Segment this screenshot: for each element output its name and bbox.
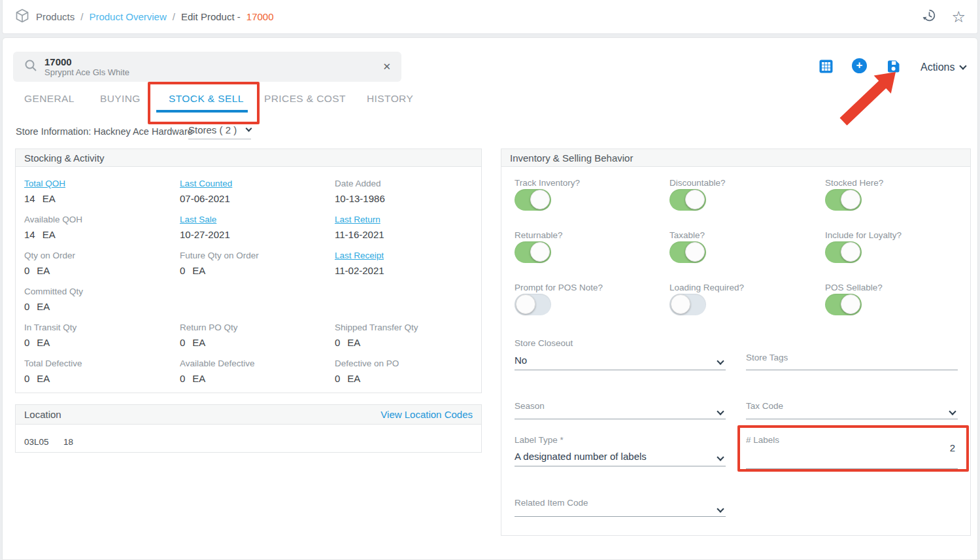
close-icon[interactable]: ✕ (382, 61, 391, 73)
field-defective-on-po: Defective on PO0EA (335, 359, 482, 394)
field-label-link[interactable]: Last Receipt (335, 251, 482, 260)
field-label: Future Qty on Order (180, 251, 335, 260)
chevron-down-icon (717, 453, 724, 461)
location-code: 03L05 (24, 437, 63, 447)
field-label: In Transit Qty (24, 323, 180, 332)
field-underline (746, 419, 958, 419)
toggle-knob (530, 242, 550, 262)
behavior-panel-header: Inventory & Selling Behavior (501, 149, 970, 167)
field-label-link[interactable]: Last Counted (180, 179, 335, 188)
label-type-dropdown[interactable]: Label Type * A designated number of labe… (515, 435, 726, 466)
stocking-panel-title: Stocking & Activity (24, 152, 105, 164)
top-bar: Products / Product Overview / Edit Produ… (2, 0, 978, 34)
label-type-value: A designated number of labels (515, 451, 647, 462)
location-panel-title: Location (24, 409, 61, 420)
product-search-box[interactable]: 17000 Sprypnt Ace Gls White ✕ (13, 52, 401, 82)
actions-button[interactable]: Actions (921, 61, 966, 73)
loading-required-toggle[interactable] (669, 294, 706, 315)
tax-code-dropdown[interactable]: Tax Code (746, 401, 958, 419)
toggle-knob (516, 294, 535, 314)
season-label: Season (515, 401, 726, 411)
field-date-added: Date Added10-13-1986 (335, 179, 482, 215)
field-in-transit-qty: In Transit Qty0EA (24, 323, 180, 359)
related-item-code-dropdown[interactable]: Related Item Code (515, 498, 726, 517)
actions-label: Actions (921, 61, 955, 73)
store-closeout-dropdown[interactable]: Store Closeout No (515, 338, 726, 370)
stores-dropdown[interactable]: Stores ( 2 ) (188, 124, 251, 139)
field-total-defective: Total Defective0EA (24, 359, 180, 394)
view-location-codes-link[interactable]: View Location Codes (380, 409, 473, 420)
stocking-panel-header: Stocking & Activity (16, 149, 481, 167)
toggle-knob (685, 242, 705, 262)
toggle-label-stocked-here: Stocked Here? (825, 178, 883, 188)
field-committed-qty: Committed Qty0EA (24, 287, 180, 323)
field-shipped-transfer-qty: Shipped Transfer Qty0EA (335, 323, 482, 359)
field-empty (335, 287, 482, 323)
tab-history[interactable]: HISTORY (367, 93, 413, 105)
toggle-label-track-inventory: Track Inventory? (515, 178, 580, 188)
toggle-label-taxable: Taxable? (669, 230, 705, 240)
field-label-link[interactable]: Total QOH (24, 179, 180, 188)
include-for-loyalty-toggle[interactable] (825, 241, 862, 263)
search-product-description: Sprypnt Ace Gls White (44, 67, 382, 77)
prompt-for-pos-note-toggle[interactable] (515, 294, 551, 315)
field-underline (515, 516, 726, 517)
toggle-label-loading-required: Loading Required? (669, 283, 744, 292)
table-grid-icon[interactable] (819, 60, 833, 76)
stocked-here-toggle[interactable] (825, 189, 862, 211)
toggle-knob (671, 294, 690, 314)
store-tags-field[interactable]: Store Tags (746, 353, 958, 370)
top-bar-icons: ☆ (922, 8, 966, 26)
chevron-down-icon (246, 126, 252, 132)
season-dropdown[interactable]: Season (515, 401, 726, 419)
field-underline (515, 466, 726, 466)
field-qty-on-order: Qty on Order0EA (24, 251, 180, 287)
field-last-counted: Last Counted07-06-2021 (180, 179, 335, 215)
tax-code-label: Tax Code (746, 401, 958, 411)
field-label: Defective on PO (335, 359, 482, 368)
field-label: Qty on Order (24, 251, 180, 260)
field-label: Return PO Qty (180, 323, 335, 332)
field-return-po-qty: Return PO Qty0EA (180, 323, 335, 359)
field-underline (746, 370, 958, 370)
field-label: Date Added (335, 179, 482, 188)
field-empty (180, 287, 335, 323)
search-icon (24, 58, 38, 75)
pos-sellable-toggle[interactable] (825, 294, 862, 315)
discountable-toggle[interactable] (669, 189, 706, 211)
toggle-label-include-loyalty: Include for Loyalty? (825, 230, 902, 240)
field-underline (515, 370, 726, 370)
toggle-label-prompt-pos-note: Prompt for POS Note? (515, 283, 603, 292)
tab-buying[interactable]: BUYING (100, 93, 141, 105)
star-icon[interactable]: ☆ (951, 9, 966, 25)
field-label: Available Defective (180, 359, 335, 368)
field-underline (515, 419, 726, 419)
field-label-link[interactable]: Last Return (335, 215, 482, 224)
location-panel-header: Location View Location Codes (16, 405, 481, 425)
page: Products / Product Overview / Edit Produ… (0, 0, 980, 560)
field-last-sale: Last Sale10-27-2021 (180, 215, 335, 251)
field-label-link[interactable]: Last Sale (180, 215, 335, 224)
breadcrumb-product-id: 17000 (246, 11, 274, 22)
toggle-label-returnable: Returnable? (515, 230, 563, 240)
track-inventory-toggle[interactable] (515, 189, 551, 211)
tab-general[interactable]: GENERAL (24, 93, 75, 105)
field-label: Committed Qty (24, 287, 180, 296)
taxable-toggle[interactable] (669, 241, 706, 263)
field-last-receipt: Last Receipt11-02-2021 (335, 251, 482, 287)
tab-prices-cost[interactable]: PRICES & COST (264, 93, 346, 105)
returnable-toggle[interactable] (515, 241, 551, 263)
breadcrumb-edit-product: Edit Product - (181, 11, 241, 22)
history-icon[interactable] (922, 8, 937, 26)
toggle-knob (685, 190, 705, 209)
annotation-box-stock-sell-tab (148, 82, 260, 124)
breadcrumb-products[interactable]: Products (36, 11, 75, 22)
store-tags-label: Store Tags (746, 353, 958, 362)
toggle-knob (841, 190, 860, 209)
field-future-qty-on-order: Future Qty on Order0EA (180, 251, 335, 287)
toggle-knob (530, 190, 550, 209)
breadcrumb-product-overview[interactable]: Product Overview (89, 11, 166, 22)
label-type-label: Label Type * (515, 435, 726, 445)
store-closeout-value: No (515, 355, 527, 366)
search-text: 17000 Sprypnt Ace Gls White (44, 56, 382, 77)
